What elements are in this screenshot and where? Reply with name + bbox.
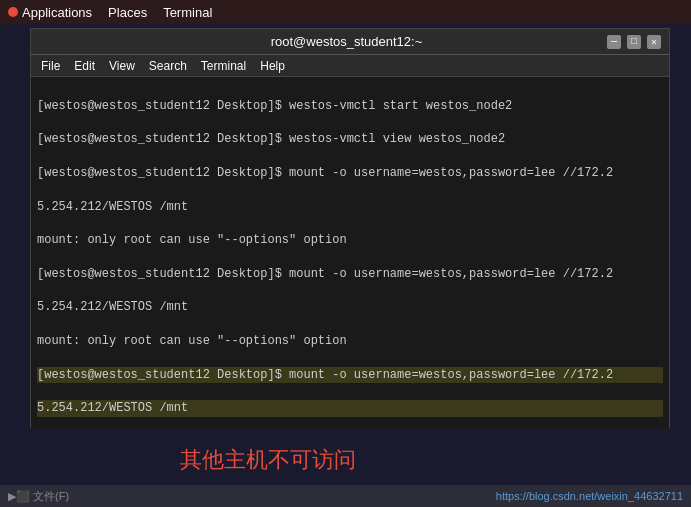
bottom-right-url: https://blog.csdn.net/weixin_44632711 [496,490,683,502]
chinese-annotation: 其他主机不可访问 [180,445,356,475]
terminal-content[interactable]: [westos@westos_student12 Desktop]$ westo… [31,77,669,429]
term-line-0: [westos@westos_student12 Desktop]$ westo… [37,98,663,115]
taskbar: Applications Places Terminal [0,0,691,24]
taskbar-apps-label: Applications [22,5,92,20]
taskbar-places[interactable]: Places [108,5,147,20]
term-line-5: [westos@westos_student12 Desktop]$ mount… [37,266,663,283]
window-controls: — □ ✕ [604,35,661,49]
taskbar-terminal-label: Terminal [163,5,212,20]
menu-edit[interactable]: Edit [68,57,101,75]
term-line-3: 5.254.212/WESTOS /mnt [37,199,663,216]
menu-terminal[interactable]: Terminal [195,57,252,75]
taskbar-terminal[interactable]: Terminal [163,5,212,20]
term-line-1: [westos@westos_student12 Desktop]$ westo… [37,131,663,148]
terminal-window: root@westos_student12:~ — □ ✕ File Edit … [30,28,670,428]
menu-search[interactable]: Search [143,57,193,75]
taskbar-apps[interactable]: Applications [8,5,92,20]
menu-file[interactable]: File [35,57,66,75]
taskbar-places-label: Places [108,5,147,20]
maximize-button[interactable]: □ [627,35,641,49]
term-line-6: 5.254.212/WESTOS /mnt [37,299,663,316]
close-button[interactable]: ✕ [647,35,661,49]
menu-bar: File Edit View Search Terminal Help [31,55,669,77]
bottom-left-text: ▶⬛ 文件(F) [8,489,69,504]
minimize-button[interactable]: — [607,35,621,49]
term-line-4: mount: only root can use "--options" opt… [37,232,663,249]
apps-dot [8,7,18,17]
menu-view[interactable]: View [103,57,141,75]
bottom-bar: ▶⬛ 文件(F) https://blog.csdn.net/weixin_44… [0,485,691,507]
term-line-9-highlight: 5.254.212/WESTOS /mnt [37,400,663,417]
term-line-2: [westos@westos_student12 Desktop]$ mount… [37,165,663,182]
term-line-8-highlight: [westos@westos_student12 Desktop]$ mount… [37,367,663,384]
term-line-7: mount: only root can use "--options" opt… [37,333,663,350]
menu-help[interactable]: Help [254,57,291,75]
window-title: root@westos_student12:~ [89,34,604,49]
title-bar: root@westos_student12:~ — □ ✕ [31,29,669,55]
